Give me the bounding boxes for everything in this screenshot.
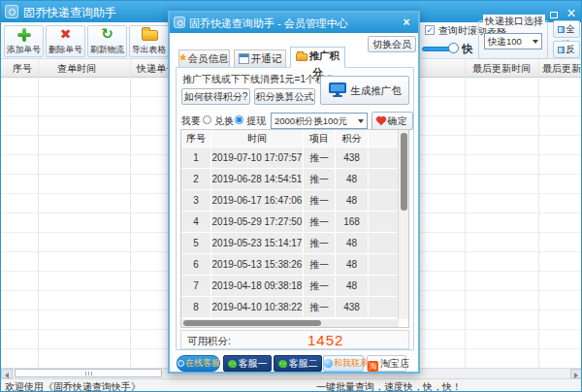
table-row[interactable]: 6 2019-05-13 15:38:26 推一 48 [181, 254, 398, 275]
conversion-formula-button[interactable]: 积分换算公式 [254, 88, 315, 105]
scroll-right-arrow[interactable] [570, 369, 582, 378]
generate-promo-package-button[interactable]: 生成推广包 [320, 76, 409, 105]
radio-exchange[interactable] [203, 115, 211, 124]
switch-member-button[interactable]: 切换会员 [368, 36, 416, 52]
exchange-rate-select[interactable]: 2000积分换100元 [271, 113, 368, 129]
available-points-label: 可用积分: [187, 335, 231, 348]
service-one-button[interactable]: 客服一 [223, 355, 272, 372]
vscroll-thumb[interactable] [401, 133, 407, 211]
tab-activation-records[interactable]: 开通记录 [234, 49, 286, 68]
chevron-down-icon [358, 119, 364, 123]
refresh-icon: ↻ [88, 25, 126, 43]
points-table-hscrollbar[interactable] [181, 319, 399, 327]
table-row[interactable]: 3 2019-06-17 16:47:06 推一 48 [181, 190, 398, 211]
maximize-button[interactable] [546, 5, 562, 18]
grid-icon [558, 47, 565, 53]
member-center-dialog: 固乔快递查询助手 - 会员管理中心 × 切换会员 *会员信息 开通记录 推广积分… [168, 11, 420, 374]
dialog-title: 固乔快递查询助手 - 会员管理中心 [189, 16, 348, 31]
radio-exchange-label: 兑换 [214, 114, 234, 128]
export-icon [142, 30, 158, 41]
points-table: 序号 时间 项目 积分 1 2019-07-10 17:07:57 推一 438… [180, 129, 409, 328]
speed-label: 快 [462, 42, 472, 56]
grid-icon [558, 26, 565, 33]
points-table-vscrollbar[interactable] [398, 130, 408, 319]
status-slogan: 一键批量查询，速度快，快，快！ [316, 380, 462, 392]
taobao-shop-button[interactable]: 淘淘宝店 [367, 355, 406, 372]
heart-icon [376, 117, 384, 125]
add-icon [16, 27, 32, 43]
scroll-thumb[interactable] [15, 369, 162, 377]
service-two-button[interactable]: 客服二 [274, 355, 322, 372]
export-table-button[interactable]: 导出表格 [129, 25, 169, 57]
table-row[interactable]: 7 2019-04-18 09:38:18 推一 48 [181, 276, 398, 296]
hscroll-thumb[interactable] [183, 320, 321, 326]
points-table-body: 1 2019-07-10 17:07:57 推一 438 2 2019-06-2… [181, 147, 408, 317]
how-to-earn-button[interactable]: 如何获得积分? [181, 88, 250, 105]
table-row[interactable]: 1 2019-07-10 17:07:57 推一 438 [181, 147, 398, 168]
wechat-icon [278, 360, 287, 368]
wechat-icon [228, 360, 237, 368]
speed-slider-knob[interactable] [448, 43, 459, 53]
courier-interface-label: 快递接口选择 [483, 15, 545, 28]
points-table-header: 序号 时间 项目 积分 [181, 130, 398, 147]
col-last-status: 最后更新物流 [542, 62, 582, 76]
confirm-button[interactable]: 确定 [372, 112, 413, 130]
calendar-icon [239, 53, 249, 64]
table-row[interactable]: 2 2019-06-28 14:54:51 推一 48 [181, 169, 398, 189]
table-row[interactable]: 4 2019-05-29 17:27:50 推一 168 [181, 212, 398, 232]
refresh-logistics-button[interactable]: ↻ 刷新物流 [87, 25, 127, 57]
headset-icon [178, 360, 184, 367]
folder-icon [296, 53, 307, 61]
add-number-button[interactable]: 添加单号 [4, 25, 44, 57]
available-points-value: 1452 [307, 332, 343, 348]
delete-icon: ✖ [47, 26, 84, 42]
table-row[interactable]: 5 2019-05-23 15:14:17 推一 48 [181, 233, 398, 253]
contact-me-button[interactable]: 和我联系 [323, 355, 364, 372]
select-all-button[interactable]: 全选 [553, 20, 580, 38]
iwant-label: 我要 [181, 114, 201, 128]
col-serial: 序号 [13, 62, 32, 76]
online-service-button[interactable]: 在线客服 [177, 355, 220, 372]
radio-withdraw[interactable] [235, 115, 243, 124]
available-points-bar: 可用积分: 1452 [180, 330, 409, 349]
scroll-left-arrow[interactable] [1, 369, 13, 378]
table-row[interactable]: 8 2019-04-10 10:38:22 推一 438 [181, 297, 398, 317]
monitor-icon [328, 82, 347, 98]
invert-select-button[interactable]: 反选 [553, 41, 580, 58]
qq-icon [324, 359, 333, 368]
dialog-logo-icon [174, 16, 185, 28]
taobao-icon: 淘 [368, 361, 378, 372]
app-window: 固乔快递查询助手 × 添加单号 ✖ 删除单号 ↻ 刷新物流 导出表格 ✓ 查询时… [0, 0, 582, 392]
close-button[interactable]: × [564, 5, 579, 18]
chevron-down-icon [533, 40, 538, 44]
app-logo-icon [5, 5, 18, 18]
asterisk-icon: * [179, 56, 185, 66]
main-window-title: 固乔快递查询助手 [23, 5, 116, 21]
radio-withdraw-label: 提现 [246, 114, 266, 128]
status-welcome: 欢迎使用《固乔快递查询快手》 [5, 380, 141, 392]
tab-member-info[interactable]: *会员信息 [178, 49, 230, 68]
tab-promo-points[interactable]: 推广积分 [290, 47, 345, 68]
promo-points-panel: 推广下线或下下线消费1元=1个积分 如何获得积分? 积分换算公式 生成推广包 我… [176, 67, 414, 350]
courier-interface-select[interactable]: 快递100 [484, 33, 542, 49]
col-last-update: 最后更新时间 [472, 62, 531, 76]
dialog-titlebar: 固乔快递查询助手 - 会员管理中心 × [170, 13, 418, 33]
dialog-close-icon[interactable]: × [400, 16, 413, 30]
delete-number-button[interactable]: ✖ 删除单号 [46, 25, 85, 57]
col-query-time: 查单时间 [57, 62, 96, 76]
scroll-table-checkbox[interactable]: ✓ [425, 25, 435, 35]
